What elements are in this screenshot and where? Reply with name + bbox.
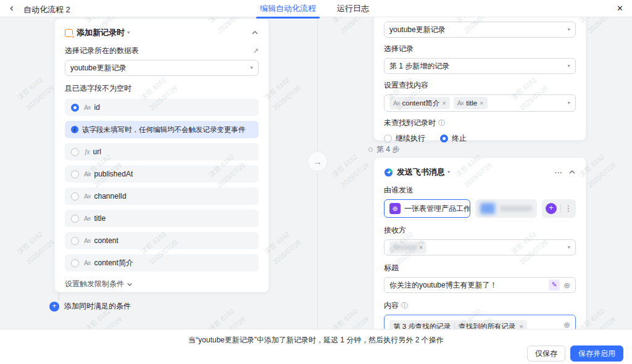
top-bar: ‹ 自动化流程 2 编辑自动化流程 运行日志 ✕ bbox=[0, 0, 632, 17]
option-continue[interactable]: 继续执行 bbox=[384, 133, 425, 144]
search-content-multiselect[interactable]: A≡ content简介 × A≡ title × ▾ bbox=[384, 94, 576, 112]
chevron-down-icon: ▾ bbox=[567, 245, 570, 250]
collapse-icon[interactable] bbox=[568, 168, 576, 176]
collapse-icon[interactable] bbox=[251, 29, 259, 36]
condition-connector bbox=[59, 292, 59, 301]
plus-icon: + bbox=[49, 302, 59, 312]
automation-summary: 当“youtube更新记录”中添加了新记录时，延迟 1 分钟，然后执行另外 2 … bbox=[0, 335, 632, 345]
insert-variable-icon[interactable]: ⊕ bbox=[563, 320, 570, 329]
receiver-select[interactable]: × ▾ bbox=[384, 239, 576, 255]
app-icon: ⊕ bbox=[389, 203, 401, 214]
page-title: 自动化流程 2 bbox=[23, 4, 70, 15]
trigger-card: 添加新记录时 ▾ 选择记录所在的数据表 ↗ youtube更新记录 ▾ 且已选字… bbox=[54, 19, 269, 292]
text-field-icon: A≡ bbox=[84, 238, 91, 244]
chevron-down-icon: ▾ bbox=[567, 64, 570, 68]
field-option-content[interactable]: A≡ content bbox=[65, 232, 259, 249]
save-only-button[interactable]: 仅保存 bbox=[527, 345, 565, 362]
text-field-icon: A≡ bbox=[84, 104, 91, 111]
text-field-icon: A≡ bbox=[393, 100, 400, 107]
radio-unselected[interactable] bbox=[71, 215, 79, 223]
radio-unselected[interactable] bbox=[71, 237, 79, 245]
close-icon[interactable]: ✕ bbox=[617, 4, 623, 13]
connector-line bbox=[317, 17, 318, 329]
add-record-icon bbox=[65, 29, 73, 37]
redacted-text bbox=[393, 245, 417, 250]
record-select-label: 选择记录 bbox=[384, 44, 576, 54]
content-label: 内容 bbox=[384, 300, 399, 311]
content-textarea[interactable]: 第 3 步查找的记录 查找到的所有记录 × ⊕ bbox=[384, 315, 576, 329]
condition-label: 且已选字段不为空时 bbox=[65, 83, 259, 94]
formula-field-icon: ƒx bbox=[84, 149, 89, 155]
tab-run-log[interactable]: 运行日志 bbox=[337, 0, 369, 17]
save-and-enable-button[interactable]: 保存并启用 bbox=[570, 345, 623, 362]
receiver-label: 接收方 bbox=[384, 225, 576, 236]
sender-actions: + ⋮ bbox=[542, 199, 576, 218]
remove-tag-icon[interactable]: × bbox=[419, 244, 423, 251]
add-sender-icon[interactable]: + bbox=[546, 203, 557, 214]
text-field-icon: A≡ bbox=[457, 100, 464, 107]
tab-edit-automation[interactable]: 编辑自动化流程 bbox=[260, 0, 316, 17]
content-variable-chip[interactable]: 第 3 步查找的记录 查找到的所有记录 × bbox=[389, 320, 527, 329]
remove-tag-icon[interactable]: × bbox=[480, 99, 483, 107]
search-tag-title[interactable]: A≡ title × bbox=[454, 97, 488, 109]
field-option-url[interactable]: ƒx url bbox=[65, 143, 259, 160]
flow-arrow-icon: → bbox=[307, 151, 328, 172]
title-input[interactable]: 你关注的youtube博主有更新了！ ✎ ⊕ bbox=[384, 277, 576, 293]
remove-tag-icon[interactable]: × bbox=[519, 323, 527, 329]
main-canvas: → 添加新记录时 ▾ 选择记录所在的数据表 ↗ youtube更新记录 ▾ 且已… bbox=[0, 17, 632, 329]
remove-tag-icon[interactable]: × bbox=[442, 99, 446, 107]
radio-selected[interactable] bbox=[440, 134, 448, 143]
chevron-down-icon[interactable]: ▾ bbox=[127, 30, 130, 35]
ai-rewrite-icon[interactable]: ✎ bbox=[549, 279, 560, 291]
search-tag-content-intro[interactable]: A≡ content简介 × bbox=[389, 97, 450, 109]
radio-unselected[interactable] bbox=[71, 192, 79, 201]
chevron-down-icon[interactable]: ▾ bbox=[447, 170, 451, 175]
receiver-redacted-tag[interactable]: × bbox=[389, 241, 426, 254]
field-option-id[interactable]: A≡ id bbox=[65, 99, 259, 116]
chevron-down-icon: ▾ bbox=[567, 27, 570, 32]
more-icon[interactable]: ⋯ bbox=[554, 168, 562, 177]
radio-selected[interactable] bbox=[71, 104, 79, 112]
message-card: 发送飞书消息 ▾ ⋯ 由谁发送 ⊕ 一张表管理产品工作 + ⋮ 接收方 bbox=[373, 157, 586, 329]
sender-app-chip[interactable]: ⊕ 一张表管理产品工作 bbox=[384, 199, 470, 218]
banner-text: 该字段未填写时，任何编辑均不会触发记录变更事件 bbox=[82, 125, 246, 134]
search-content-label: 设置查找内容 bbox=[384, 80, 576, 91]
help-icon: ⓘ bbox=[401, 301, 408, 310]
info-icon: i bbox=[71, 126, 78, 133]
option-stop[interactable]: 终止 bbox=[440, 133, 467, 144]
record-select[interactable]: 第 1 步新增的记录 ▾ bbox=[384, 58, 576, 74]
trigger-title: 添加新记录时 bbox=[77, 27, 125, 38]
limit-condition-link[interactable]: 设置触发限制条件 bbox=[65, 279, 259, 289]
chevron-down-icon bbox=[127, 281, 133, 287]
field-option-publishedAt[interactable]: A≡ publishedAt bbox=[65, 165, 259, 183]
radio-unselected[interactable] bbox=[71, 259, 79, 267]
text-field-icon: A≡ bbox=[84, 260, 91, 267]
message-card-header[interactable]: 发送飞书消息 ▾ ⋯ bbox=[384, 167, 576, 178]
radio-unselected[interactable] bbox=[71, 170, 79, 178]
text-field-icon: A≡ bbox=[84, 171, 91, 178]
field-option-content-intro[interactable]: A≡ content简介 bbox=[65, 254, 259, 271]
lookup-table-select[interactable]: youtube更新记录 ▾ bbox=[384, 22, 576, 38]
step-4-label: 第 4 步 bbox=[368, 144, 399, 155]
field-option-channelId[interactable]: A≡ channelId bbox=[65, 188, 259, 205]
lookup-card: youtube更新记录 ▾ 选择记录 第 1 步新增的记录 ▾ 设置查找内容 A… bbox=[373, 17, 586, 141]
table-select-label: 选择记录所在的数据表 bbox=[65, 46, 139, 56]
not-found-label: 未查找到记录时 bbox=[384, 118, 436, 128]
sender-label: 由谁发送 bbox=[384, 185, 576, 196]
back-icon[interactable]: ‹ bbox=[10, 2, 14, 14]
radio-unselected[interactable] bbox=[384, 134, 392, 143]
feishu-logo-icon bbox=[384, 168, 393, 177]
trigger-card-header[interactable]: 添加新记录时 ▾ bbox=[65, 27, 259, 38]
open-table-icon[interactable]: ↗ bbox=[253, 47, 259, 55]
sender-redacted-box bbox=[475, 199, 537, 218]
table-select[interactable]: youtube更新记录 ▾ bbox=[65, 60, 259, 76]
kebab-menu-icon[interactable]: ⋮ bbox=[565, 204, 572, 213]
chevron-down-icon: ▾ bbox=[250, 65, 253, 70]
field-option-title[interactable]: A≡ title bbox=[65, 210, 259, 227]
insert-variable-icon[interactable]: ⊕ bbox=[563, 281, 570, 290]
info-banner: i 该字段未填写时，任何编辑均不会触发记录变更事件 bbox=[65, 121, 259, 138]
radio-unselected[interactable] bbox=[71, 148, 79, 156]
add-condition-button[interactable]: + 添加同时满足的条件 bbox=[49, 301, 131, 312]
chevron-down-icon: ▾ bbox=[567, 101, 570, 105]
step-dot-icon bbox=[368, 147, 373, 152]
